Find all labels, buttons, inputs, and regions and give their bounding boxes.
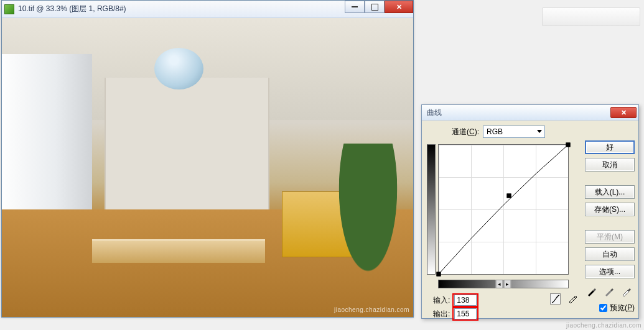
eyedropper-row (585, 285, 633, 298)
output-field[interactable] (454, 308, 477, 319)
input-field[interactable] (454, 295, 477, 306)
eyedropper-gray-icon[interactable] (602, 285, 616, 298)
curve-line[interactable] (439, 145, 568, 274)
vertical-gradient (427, 144, 436, 275)
curve-point-mid[interactable] (506, 193, 511, 198)
dialog-titlebar[interactable]: 曲线 (422, 105, 638, 121)
eyedropper-black-icon[interactable] (585, 285, 599, 298)
curve-tool-icons (550, 293, 577, 305)
cancel-button[interactable]: 取消 (585, 158, 635, 172)
channel-select[interactable]: RGB (483, 126, 545, 138)
page-watermark: jiaocheng.chazidian.com (566, 322, 642, 329)
dialog-close-button[interactable] (610, 107, 637, 118)
save-button[interactable]: 存储(S)... (585, 203, 635, 216)
output-highlight (452, 307, 478, 321)
channel-row: 通道(C): RGB (452, 126, 633, 138)
ok-button[interactable]: 好 (585, 140, 635, 154)
close-button[interactable] (385, 1, 413, 13)
input-label: 输入: (433, 295, 450, 306)
eyedropper-white-icon[interactable] (620, 285, 633, 298)
channel-select-value: RGB (487, 127, 503, 136)
auto-button[interactable]: 自动 (585, 247, 635, 261)
load-button[interactable]: 载入(L)... (585, 185, 635, 199)
horizontal-gradient: ◂ ▸ (438, 280, 569, 288)
dialog-body: 通道(C): RGB (422, 121, 638, 318)
smooth-button: 平滑(M) (585, 230, 635, 244)
blank-panel (542, 7, 640, 26)
dialog-title: 曲线 (427, 108, 442, 118)
output-label: 输出: (433, 309, 450, 319)
maximize-button[interactable] (365, 1, 385, 13)
image-watermark: jiaocheng.chazidian.com (334, 306, 409, 313)
options-button[interactable]: 选项... (585, 265, 635, 278)
document-canvas[interactable]: jiaocheng.chazidian.com (2, 18, 413, 317)
output-row: 输出: (433, 307, 478, 321)
curve-point-end[interactable] (566, 143, 571, 147)
preview-checkbox[interactable] (599, 304, 607, 312)
curves-dialog: 曲线 通道(C): RGB (421, 104, 639, 319)
photo-content: jiaocheng.chazidian.com (2, 18, 413, 317)
pencil-tool-icon[interactable] (567, 293, 577, 305)
document-icon (4, 4, 14, 14)
window-buttons (345, 1, 413, 13)
minimize-button[interactable] (345, 1, 365, 13)
arrow-right-icon[interactable]: ▸ (504, 280, 511, 288)
preview-label[interactable]: 预览(P) (610, 303, 635, 313)
gradient-arrows[interactable]: ◂ ▸ (496, 280, 511, 288)
input-highlight (452, 293, 478, 307)
document-window: 10.tif @ 33.3% (图层 1, RGB/8#) jiaocheng.… (1, 0, 414, 318)
preview-row: 预览(P) (599, 303, 635, 313)
curve-tool-icon[interactable] (550, 293, 561, 305)
curve-point-start[interactable] (437, 272, 441, 277)
curve-grid[interactable] (438, 144, 569, 275)
input-row: 输入: (433, 293, 478, 307)
curve-area (427, 144, 575, 290)
document-titlebar[interactable]: 10.tif @ 33.3% (图层 1, RGB/8#) (2, 1, 413, 18)
button-column: 好 取消 载入(L)... 存储(S)... 平滑(M) 自动 选项... (585, 140, 635, 278)
channel-label: 通道(C): (452, 127, 479, 137)
arrow-left-icon[interactable]: ◂ (496, 280, 503, 288)
